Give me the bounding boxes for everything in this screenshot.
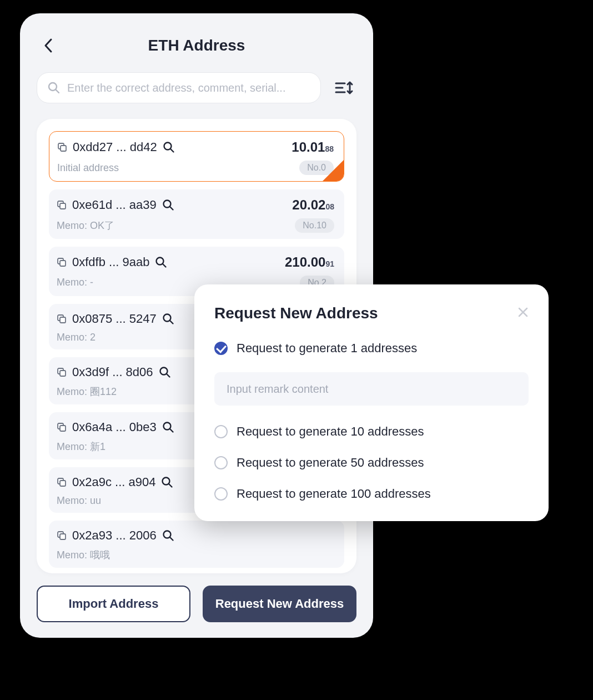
svg-line-1 bbox=[56, 90, 59, 93]
sort-icon bbox=[335, 80, 354, 96]
search-row bbox=[37, 72, 356, 103]
address-row-meta: Memo: OK了No.10 bbox=[57, 218, 334, 233]
generate-option-label: Request to generate 100 addresses bbox=[237, 487, 431, 501]
address-row-main: 0xdd27 ... dd4210.0188 bbox=[57, 139, 334, 155]
address-text: 0x3d9f ... 8d06 bbox=[72, 365, 153, 379]
address-text: 0x0875 ... 5247 bbox=[72, 312, 157, 326]
svg-line-36 bbox=[170, 537, 173, 541]
search-input[interactable] bbox=[67, 82, 310, 94]
address-memo: Memo: 2 bbox=[57, 332, 96, 343]
address-row-main: 0x2a93 ... 2006 bbox=[57, 528, 334, 543]
import-address-button[interactable]: Import Address bbox=[37, 586, 190, 622]
address-text: 0xe61d ... aa39 bbox=[72, 198, 157, 212]
address-row-main: 0xe61d ... aa3920.0208 bbox=[57, 197, 334, 213]
copy-icon[interactable] bbox=[57, 367, 67, 377]
search-address-icon[interactable] bbox=[155, 256, 167, 268]
footer-buttons: Import Address Request New Address bbox=[37, 586, 356, 622]
address-card[interactable]: 0x2a93 ... 2006Memo: 哦哦 bbox=[49, 521, 344, 568]
sort-button[interactable] bbox=[332, 76, 356, 100]
search-address-icon[interactable] bbox=[162, 199, 174, 211]
address-row-meta: Memo: 哦哦 bbox=[57, 548, 334, 562]
address-text: 0xdd27 ... dd42 bbox=[73, 140, 157, 154]
svg-rect-18 bbox=[60, 317, 66, 323]
svg-line-12 bbox=[170, 207, 173, 210]
generate-option-label: Request to generate 10 addresses bbox=[237, 424, 424, 439]
search-address-icon[interactable] bbox=[159, 366, 171, 378]
svg-rect-10 bbox=[60, 203, 66, 209]
svg-line-8 bbox=[170, 149, 174, 152]
address-memo: Memo: 新1 bbox=[57, 440, 105, 453]
request-new-address-button[interactable]: Request New Address bbox=[203, 586, 356, 622]
address-balance: 20.0208 bbox=[292, 197, 334, 213]
close-icon bbox=[517, 307, 529, 318]
svg-rect-22 bbox=[60, 371, 66, 376]
header: ETH Address bbox=[37, 29, 356, 62]
address-row-main: 0xfdfb ... 9aab210.0091 bbox=[57, 254, 334, 270]
address-card[interactable]: 0xdd27 ... dd4210.0188Initial addressNo.… bbox=[49, 131, 344, 182]
copy-icon[interactable] bbox=[57, 200, 67, 210]
address-index-badge: No.10 bbox=[295, 218, 334, 233]
copy-icon[interactable] bbox=[57, 142, 67, 152]
address-balance: 10.0188 bbox=[292, 139, 334, 155]
remark-input[interactable] bbox=[214, 372, 529, 406]
modal-close-button[interactable] bbox=[517, 307, 529, 320]
address-memo: Memo: OK了 bbox=[57, 219, 114, 232]
generate-option[interactable]: Request to generate 50 addresses bbox=[214, 456, 529, 470]
address-card[interactable]: 0xe61d ... aa3920.0208Memo: OK了No.10 bbox=[49, 189, 344, 239]
address-row-meta: Initial addressNo.0 bbox=[57, 161, 334, 175]
svg-line-28 bbox=[170, 429, 173, 432]
svg-rect-34 bbox=[60, 534, 66, 539]
page-title: ETH Address bbox=[148, 37, 245, 54]
address-text: 0xfdfb ... 9aab bbox=[72, 255, 149, 269]
radio-icon bbox=[214, 456, 228, 469]
address-text: 0x2a93 ... 2006 bbox=[72, 528, 157, 543]
back-button[interactable] bbox=[43, 38, 53, 53]
radio-icon bbox=[214, 487, 228, 501]
modal-options: Request to generate 1 addressesRequest t… bbox=[214, 341, 529, 501]
address-text: 0x6a4a ... 0be3 bbox=[72, 420, 157, 434]
address-balance: 210.0091 bbox=[285, 254, 334, 270]
svg-rect-14 bbox=[60, 261, 66, 266]
copy-icon[interactable] bbox=[57, 422, 67, 432]
address-memo: Memo: 哦哦 bbox=[57, 548, 110, 562]
copy-icon[interactable] bbox=[57, 257, 67, 267]
chevron-left-icon bbox=[43, 38, 53, 53]
radio-checked-icon bbox=[214, 342, 228, 355]
generate-option-label: Request to generate 1 addresses bbox=[237, 341, 417, 356]
svg-line-24 bbox=[167, 374, 170, 377]
svg-rect-26 bbox=[60, 426, 66, 431]
search-address-icon[interactable] bbox=[162, 529, 174, 542]
generate-option[interactable]: Request to generate 100 addresses bbox=[214, 487, 529, 501]
request-address-modal: Request New Address Request to generate … bbox=[194, 284, 549, 521]
generate-option-label: Request to generate 50 addresses bbox=[237, 456, 424, 470]
address-memo: Memo: uu bbox=[57, 495, 101, 507]
search-box[interactable] bbox=[37, 72, 321, 103]
modal-header: Request New Address bbox=[214, 304, 529, 322]
search-address-icon[interactable] bbox=[162, 313, 174, 325]
radio-icon bbox=[214, 425, 228, 438]
search-icon bbox=[47, 81, 61, 94]
svg-rect-6 bbox=[61, 146, 66, 151]
address-memo: Memo: - bbox=[57, 277, 93, 288]
svg-rect-30 bbox=[60, 481, 66, 486]
address-memo: Memo: 圈112 bbox=[57, 385, 117, 398]
modal-title: Request New Address bbox=[214, 304, 378, 322]
address-memo: Initial address bbox=[57, 162, 119, 174]
address-index-badge: No.0 bbox=[299, 161, 334, 175]
address-text: 0x2a9c ... a904 bbox=[72, 475, 155, 489]
copy-icon[interactable] bbox=[57, 477, 67, 487]
search-address-icon[interactable] bbox=[161, 476, 173, 488]
generate-option[interactable]: Request to generate 1 addresses bbox=[214, 341, 529, 356]
copy-icon[interactable] bbox=[57, 314, 67, 324]
copy-icon[interactable] bbox=[57, 531, 67, 541]
svg-line-16 bbox=[163, 264, 166, 267]
search-address-icon[interactable] bbox=[162, 421, 174, 433]
generate-option[interactable]: Request to generate 10 addresses bbox=[214, 424, 529, 439]
svg-line-20 bbox=[170, 321, 173, 324]
svg-line-32 bbox=[169, 484, 172, 487]
search-address-icon[interactable] bbox=[163, 141, 175, 153]
